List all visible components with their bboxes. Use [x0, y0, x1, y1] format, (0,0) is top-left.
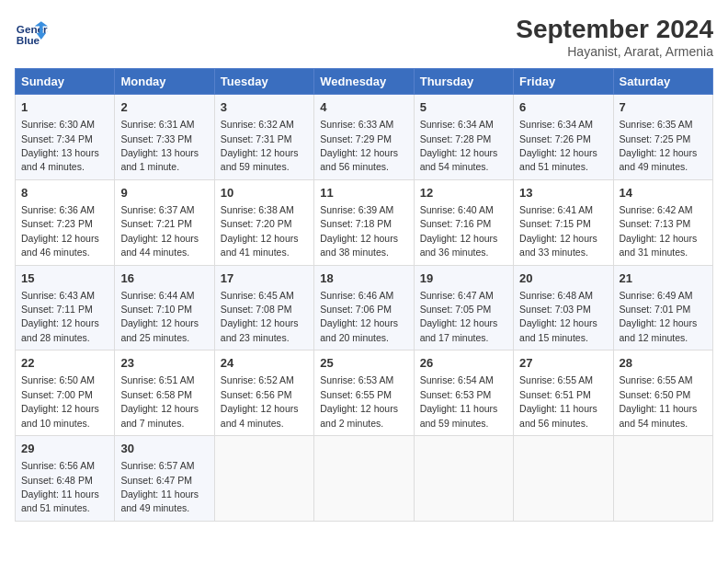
day-info: Sunrise: 6:42 AMSunset: 7:13 PMDaylight:…	[620, 204, 698, 258]
day-info: Sunrise: 6:37 AMSunset: 7:21 PMDaylight:…	[120, 204, 199, 258]
day-number: 8	[21, 185, 108, 201]
day-number: 25	[320, 355, 407, 372]
calendar-cell	[414, 436, 513, 522]
day-number: 3	[221, 99, 308, 116]
day-number: 26	[420, 355, 507, 372]
calendar-cell: 12 Sunrise: 6:40 AMSunset: 7:16 PMDaylig…	[414, 179, 513, 265]
logo-icon: General Blue	[15, 15, 48, 48]
day-number: 19	[420, 270, 507, 287]
day-info: Sunrise: 6:33 AMSunset: 7:29 PMDaylight:…	[320, 119, 398, 172]
day-info: Sunrise: 6:45 AMSunset: 7:08 PMDaylight:…	[221, 290, 299, 343]
calendar-cell: 9 Sunrise: 6:37 AMSunset: 7:21 PMDayligh…	[115, 179, 214, 265]
calendar-cell: 20 Sunrise: 6:48 AMSunset: 7:03 PMDaylig…	[514, 265, 613, 350]
calendar-cell: 7 Sunrise: 6:35 AMSunset: 7:25 PMDayligh…	[613, 95, 712, 180]
calendar-cell: 13 Sunrise: 6:41 AMSunset: 7:15 PMDaylig…	[514, 179, 613, 265]
day-info: Sunrise: 6:51 AMSunset: 6:58 PMDaylight:…	[120, 374, 199, 428]
calendar-cell: 27 Sunrise: 6:55 AMSunset: 6:51 PMDaylig…	[514, 350, 613, 436]
day-number: 23	[120, 355, 208, 372]
day-number: 7	[620, 99, 707, 116]
day-number: 27	[519, 355, 607, 372]
calendar-cell: 26 Sunrise: 6:54 AMSunset: 6:53 PMDaylig…	[414, 350, 513, 436]
calendar-cell: 2 Sunrise: 6:31 AMSunset: 7:33 PMDayligh…	[115, 95, 214, 180]
day-number: 22	[21, 355, 108, 372]
day-number: 24	[221, 355, 308, 372]
day-number: 30	[120, 441, 208, 457]
calendar-day-header: Friday	[514, 69, 613, 95]
day-number: 29	[21, 441, 108, 457]
day-info: Sunrise: 6:34 AMSunset: 7:28 PMDaylight:…	[420, 119, 498, 172]
day-info: Sunrise: 6:43 AMSunset: 7:11 PMDaylight:…	[21, 290, 99, 343]
day-number: 4	[320, 99, 407, 116]
calendar-cell: 23 Sunrise: 6:51 AMSunset: 6:58 PMDaylig…	[115, 350, 214, 436]
location-subtitle: Hayanist, Ararat, Armenia	[516, 44, 713, 59]
day-info: Sunrise: 6:57 AMSunset: 6:47 PMDaylight:…	[120, 460, 199, 513]
calendar-cell: 19 Sunrise: 6:47 AMSunset: 7:05 PMDaylig…	[414, 265, 513, 350]
calendar-cell	[214, 436, 313, 522]
day-info: Sunrise: 6:31 AMSunset: 7:33 PMDaylight:…	[120, 119, 199, 172]
calendar-cell: 28 Sunrise: 6:55 AMSunset: 6:50 PMDaylig…	[613, 350, 712, 436]
day-info: Sunrise: 6:54 AMSunset: 6:53 PMDaylight:…	[420, 374, 498, 428]
day-number: 16	[120, 270, 208, 287]
calendar-day-header: Thursday	[414, 69, 513, 95]
day-info: Sunrise: 6:32 AMSunset: 7:31 PMDaylight:…	[221, 119, 299, 172]
calendar-cell: 3 Sunrise: 6:32 AMSunset: 7:31 PMDayligh…	[214, 95, 313, 180]
logo: General Blue	[15, 15, 48, 48]
day-info: Sunrise: 6:56 AMSunset: 6:48 PMDaylight:…	[21, 460, 99, 513]
calendar-cell: 24 Sunrise: 6:52 AMSunset: 6:56 PMDaylig…	[214, 350, 313, 436]
calendar-cell: 21 Sunrise: 6:49 AMSunset: 7:01 PMDaylig…	[613, 265, 712, 350]
day-number: 11	[320, 185, 407, 201]
calendar-cell: 17 Sunrise: 6:45 AMSunset: 7:08 PMDaylig…	[214, 265, 313, 350]
calendar-cell: 15 Sunrise: 6:43 AMSunset: 7:11 PMDaylig…	[16, 265, 115, 350]
day-info: Sunrise: 6:52 AMSunset: 6:56 PMDaylight:…	[221, 374, 299, 428]
calendar-week-row: 8 Sunrise: 6:36 AMSunset: 7:23 PMDayligh…	[16, 179, 713, 265]
day-number: 12	[420, 185, 507, 201]
day-number: 20	[519, 270, 607, 287]
day-info: Sunrise: 6:34 AMSunset: 7:26 PMDaylight:…	[519, 119, 597, 172]
page-header: General Blue September 2024 Hayanist, Ar…	[15, 15, 713, 59]
calendar-cell	[613, 436, 712, 522]
calendar-cell: 4 Sunrise: 6:33 AMSunset: 7:29 PMDayligh…	[314, 95, 414, 180]
day-info: Sunrise: 6:35 AMSunset: 7:25 PMDaylight:…	[620, 119, 698, 172]
day-number: 2	[120, 99, 208, 116]
calendar-week-row: 1 Sunrise: 6:30 AMSunset: 7:34 PMDayligh…	[16, 95, 713, 180]
calendar-table: SundayMondayTuesdayWednesdayThursdayFrid…	[15, 68, 713, 522]
calendar-cell: 30 Sunrise: 6:57 AMSunset: 6:47 PMDaylig…	[115, 436, 214, 522]
calendar-cell: 18 Sunrise: 6:46 AMSunset: 7:06 PMDaylig…	[314, 265, 414, 350]
day-number: 13	[519, 185, 607, 201]
calendar-day-header: Wednesday	[314, 69, 414, 95]
day-number: 6	[519, 99, 607, 116]
calendar-week-row: 22 Sunrise: 6:50 AMSunset: 7:00 PMDaylig…	[16, 350, 713, 436]
day-info: Sunrise: 6:41 AMSunset: 7:15 PMDaylight:…	[519, 204, 597, 258]
calendar-cell: 25 Sunrise: 6:53 AMSunset: 6:55 PMDaylig…	[314, 350, 414, 436]
calendar-cell: 6 Sunrise: 6:34 AMSunset: 7:26 PMDayligh…	[514, 95, 613, 180]
day-number: 17	[221, 270, 308, 287]
day-info: Sunrise: 6:55 AMSunset: 6:50 PMDaylight:…	[620, 374, 698, 428]
day-info: Sunrise: 6:48 AMSunset: 7:03 PMDaylight:…	[519, 290, 597, 343]
day-number: 28	[620, 355, 707, 372]
calendar-day-header: Monday	[115, 69, 214, 95]
svg-text:Blue: Blue	[17, 34, 40, 46]
day-number: 1	[21, 99, 108, 116]
calendar-cell: 16 Sunrise: 6:44 AMSunset: 7:10 PMDaylig…	[115, 265, 214, 350]
calendar-cell: 1 Sunrise: 6:30 AMSunset: 7:34 PMDayligh…	[16, 95, 115, 180]
day-info: Sunrise: 6:55 AMSunset: 6:51 PMDaylight:…	[519, 374, 597, 428]
day-number: 14	[620, 185, 707, 201]
day-number: 5	[420, 99, 507, 116]
day-info: Sunrise: 6:49 AMSunset: 7:01 PMDaylight:…	[620, 290, 698, 343]
calendar-day-header: Tuesday	[214, 69, 313, 95]
calendar-week-row: 15 Sunrise: 6:43 AMSunset: 7:11 PMDaylig…	[16, 265, 713, 350]
day-info: Sunrise: 6:46 AMSunset: 7:06 PMDaylight:…	[320, 290, 398, 343]
day-number: 18	[320, 270, 407, 287]
month-year-title: September 2024	[516, 15, 713, 44]
calendar-cell	[314, 436, 414, 522]
day-info: Sunrise: 6:47 AMSunset: 7:05 PMDaylight:…	[420, 290, 498, 343]
calendar-header-row: SundayMondayTuesdayWednesdayThursdayFrid…	[16, 69, 713, 95]
calendar-cell: 14 Sunrise: 6:42 AMSunset: 7:13 PMDaylig…	[613, 179, 712, 265]
calendar-cell: 5 Sunrise: 6:34 AMSunset: 7:28 PMDayligh…	[414, 95, 513, 180]
calendar-day-header: Sunday	[16, 69, 115, 95]
calendar-day-header: Saturday	[613, 69, 712, 95]
calendar-cell: 11 Sunrise: 6:39 AMSunset: 7:18 PMDaylig…	[314, 179, 414, 265]
day-info: Sunrise: 6:39 AMSunset: 7:18 PMDaylight:…	[320, 204, 398, 258]
day-info: Sunrise: 6:36 AMSunset: 7:23 PMDaylight:…	[21, 204, 99, 258]
day-info: Sunrise: 6:53 AMSunset: 6:55 PMDaylight:…	[320, 374, 398, 428]
